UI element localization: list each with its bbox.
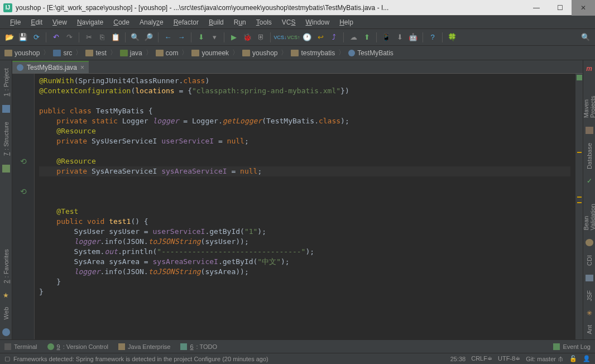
sidetab-cdi[interactable]: CDI (585, 250, 594, 271)
menu-vcs[interactable]: VCS (277, 17, 300, 28)
sidetab-ant[interactable]: Ant (585, 319, 594, 340)
save-icon[interactable]: 💾 (17, 31, 29, 44)
jrebel-icon[interactable]: 🍀 (446, 31, 458, 44)
replace-icon[interactable]: 🔎 (142, 31, 155, 44)
android-icon[interactable]: 🤖 (407, 31, 419, 44)
sidetab-bean[interactable]: Bean Validation (582, 187, 596, 236)
bottombar: Terminal 9: Version Control Java Enterpr… (0, 339, 595, 353)
code-editor[interactable]: ⟲ ⟲ @RunWith(SpringJUnit4ClassRunner.cla… (12, 74, 583, 339)
build-icon[interactable]: ⬇ (195, 31, 207, 44)
crumb-1[interactable]: src (53, 49, 72, 57)
crumb-3[interactable]: java (120, 49, 142, 57)
menu-view[interactable]: View (48, 17, 71, 28)
titlebar: IJ youshop - [E:\git_work_space\youshop]… (0, 0, 595, 16)
copy-icon[interactable]: ⎘ (96, 31, 108, 44)
menu-code[interactable]: Code (109, 17, 134, 28)
menu-run[interactable]: Run (229, 17, 251, 28)
lock-icon[interactable]: 🔓 (569, 355, 577, 362)
crumb-4[interactable]: com (156, 49, 179, 57)
crumb-6[interactable]: youshop (242, 49, 277, 57)
paste-icon[interactable]: 📋 (109, 31, 122, 44)
tool-jee[interactable]: Java Enterprise (118, 343, 170, 350)
database-icon (586, 127, 593, 133)
bean-icon: ✓ (587, 177, 592, 185)
menu-help[interactable]: Help (335, 17, 358, 28)
menu-file[interactable]: File (6, 17, 25, 28)
crumb-0[interactable]: youshop (4, 49, 40, 57)
tool-todo[interactable]: 6: TODO (180, 343, 217, 350)
toolwindow-toggle-icon[interactable]: ▢ (4, 355, 10, 362)
menu-analyze[interactable]: Analyze (135, 17, 168, 28)
undo-icon[interactable]: ↶ (50, 31, 62, 44)
project-icon (2, 105, 10, 113)
crumb-5[interactable]: youmeek (191, 49, 229, 57)
tab-testmybatis[interactable]: TestMyBatis.java × (12, 61, 89, 73)
menu-navigate[interactable]: Navigate (73, 17, 108, 28)
crumb-7[interactable]: testmybatis (291, 49, 335, 57)
menu-edit[interactable]: Edit (26, 17, 47, 28)
minimize-button[interactable]: — (525, 0, 548, 16)
inspector-icon[interactable]: 👤 (583, 355, 591, 362)
sidetab-structure[interactable]: 7: Structure (2, 116, 11, 161)
sync-icon[interactable]: ⟳ (30, 31, 42, 44)
vcs-update-icon[interactable]: VCS↓ (274, 31, 286, 44)
ant-icon: ✳ (587, 309, 592, 317)
forward-icon[interactable]: → (175, 31, 188, 44)
help-icon[interactable]: ? (426, 31, 439, 44)
coverage-icon[interactable]: ⛨ (255, 31, 267, 44)
sidetab-maven[interactable]: Maven Projects (582, 75, 596, 123)
run-icon[interactable]: ▶ (228, 31, 240, 44)
sidetab-favorites[interactable]: 2: Favorites (2, 243, 11, 289)
app-icon: IJ (3, 3, 12, 12)
sidetab-project[interactable]: 1: Project (2, 63, 11, 102)
menu-tools[interactable]: Tools (252, 17, 276, 28)
history-icon[interactable]: 🕐 (301, 31, 313, 44)
avd-icon[interactable]: 📱 (380, 31, 392, 44)
find-icon[interactable]: 🔍 (129, 31, 141, 44)
crumb-8[interactable]: TestMyBatis (348, 49, 394, 57)
java-file-icon (17, 64, 23, 71)
deploy-icon[interactable]: ⬆ (361, 31, 373, 44)
sdk-icon[interactable]: ⬇ (394, 31, 406, 44)
cut-icon[interactable]: ✂ (83, 31, 95, 44)
push-icon[interactable]: ⤴ (328, 31, 340, 44)
editor-tabs: TestMyBatis.java × (12, 60, 583, 74)
sidetab-database[interactable]: Database (585, 137, 594, 175)
encoding[interactable]: UTF-8≑ (498, 355, 520, 362)
close-button[interactable]: ✕ (572, 0, 595, 16)
tab-label: TestMyBatis.java (27, 64, 77, 71)
menu-window[interactable]: Window (301, 17, 334, 28)
sidetab-web[interactable]: Web (2, 301, 11, 325)
config-icon[interactable]: ▾ (208, 31, 220, 44)
inspection-ok-icon (577, 75, 582, 80)
right-sidebar: m Maven Projects Database ✓ Bean Validat… (583, 60, 595, 339)
maven-icon: m (586, 65, 592, 73)
cloud-icon[interactable]: ☁ (347, 31, 359, 44)
menu-refactor[interactable]: Refactor (169, 17, 203, 28)
revert-icon[interactable]: ↩ (314, 31, 327, 44)
git-branch[interactable]: Git: master ⫛ (526, 356, 564, 362)
tool-vcs[interactable]: 9: Version Control (47, 343, 108, 350)
code-content[interactable]: @RunWith(SpringJUnit4ClassRunner.class) … (35, 74, 575, 339)
open-icon[interactable]: 📂 (3, 31, 16, 44)
line-separator[interactable]: CRLF≑ (471, 355, 492, 362)
tab-close-icon[interactable]: × (80, 64, 84, 71)
gutter-run-icon[interactable]: ⟲ (12, 156, 34, 166)
gutter-run-icon[interactable]: ⟲ (12, 186, 34, 197)
menu-build[interactable]: Build (204, 17, 228, 28)
debug-icon[interactable]: 🐞 (241, 31, 253, 44)
web-icon (2, 328, 10, 336)
gutter: ⟲ ⟲ (12, 74, 35, 339)
search-everywhere-icon[interactable]: 🔍 (579, 31, 592, 44)
sidetab-jsf[interactable]: JSF (585, 285, 594, 307)
back-icon[interactable]: ← (162, 31, 174, 44)
maximize-button[interactable]: ☐ (548, 0, 572, 16)
crumb-2[interactable]: test (85, 49, 106, 57)
menubar: File Edit View Navigate Code Analyze Ref… (0, 16, 595, 29)
tool-terminal[interactable]: Terminal (4, 343, 37, 350)
toolbar: 📂 💾 ⟳ ↶ ↷ ✂ ⎘ 📋 🔍 🔎 ← → ⬇ ▾ ▶ 🐞 ⛨ VCS↓ V… (0, 29, 595, 46)
caret-position[interactable]: 25:38 (450, 356, 466, 362)
event-log[interactable]: Event Log (553, 343, 591, 350)
vcs-commit-icon[interactable]: VCS↑ (287, 31, 300, 44)
redo-icon[interactable]: ↷ (63, 31, 75, 44)
